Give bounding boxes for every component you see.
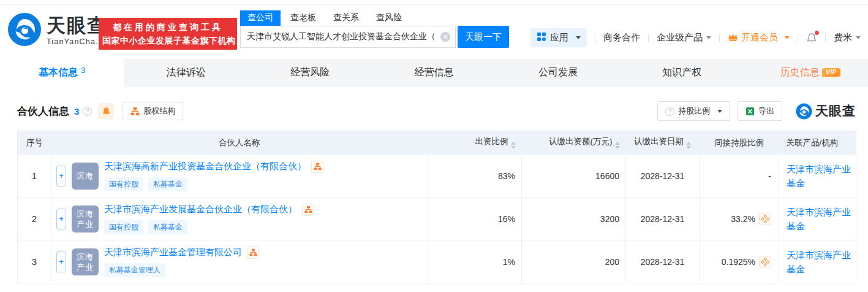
col-subscribed-amount: 认缴出资额(万元) [522, 131, 626, 155]
table-row: 2 + 滨海产业 天津市滨海产业发展基金合伙企业（有限合伙） [18, 198, 856, 240]
sort-icon[interactable] [686, 142, 691, 149]
main-content: 合伙人信息 3 ? 股权结构 ? 持股比例 [0, 101, 868, 283]
row-index: 1 [18, 155, 51, 198]
export-button[interactable]: 导出 [738, 101, 782, 121]
table-header-row: 序号 合伙人名称 出资比例 认缴出资额(万元) 认缴出资日期 间接持股比例 关联… [18, 131, 856, 155]
search-tab-boss[interactable]: 查老板 [290, 10, 316, 26]
equity-structure-button[interactable]: 股权结构 [123, 102, 183, 120]
equity-chart-icon[interactable] [302, 204, 314, 216]
avatar: 滨海产业 [72, 206, 99, 232]
apps-menu-button[interactable]: 应用 [530, 28, 587, 47]
equity-structure-label: 股权结构 [143, 106, 175, 117]
subscribed-amount: 16600 [522, 155, 626, 198]
related-product-link[interactable]: 天津市滨海产业基金 [787, 164, 851, 188]
export-label: 导出 [758, 106, 774, 117]
tab-history-info[interactable]: 历史信息 ? VIP [744, 59, 868, 86]
bell-icon [102, 107, 111, 116]
partner-name-link[interactable]: 天津市滨海产业发展基金合伙企业（有限合伙） [104, 204, 297, 215]
sort-icon[interactable] [615, 142, 620, 149]
subscribed-amount: 200 [522, 240, 626, 283]
contribution-ratio: 1% [428, 240, 522, 283]
excel-icon [745, 107, 755, 116]
tab-business-info[interactable]: 经营信息 [372, 59, 496, 86]
chevron-down-icon [856, 36, 861, 42]
tag-private-fund[interactable]: 私募基金 [148, 177, 187, 191]
col-subscribed-date-label: 认缴出资日期 [634, 137, 684, 146]
table-row: 3 + 滨海产业 天津市滨海产业基金管理有限公司 [18, 240, 856, 283]
section-tools: ? 持股比例 导出 天眼查 [657, 101, 856, 121]
col-indirect-ratio: 间接持股比例 [700, 131, 779, 155]
search-tabs: 查公司 查老板 查关系 查风险 [240, 10, 509, 26]
subscribe-bell-button[interactable] [98, 103, 114, 119]
promo-line-2: 国家中小企业发展子基金旗下机构 [102, 34, 233, 47]
enterprise-product-menu[interactable]: 企业级产品 [657, 32, 711, 44]
tab-operational-risk[interactable]: 经营风险 [248, 59, 372, 86]
penetration-icon[interactable] [759, 256, 771, 268]
notification-dot [815, 31, 819, 35]
menu-divider [719, 34, 720, 42]
search-tab-company[interactable]: 查公司 [240, 10, 281, 26]
expand-row-button[interactable]: + [56, 252, 66, 272]
enterprise-product-label: 企业级产品 [657, 32, 703, 44]
section-title: 合伙人信息 [17, 104, 69, 118]
sort-icon[interactable] [511, 142, 516, 149]
tab-basic-info[interactable]: 基本信息 3 [0, 59, 124, 86]
table-row: 1 + 滨海 天津滨海高新产业投资基金合伙企业（有限合伙） [18, 155, 856, 198]
username-label: 费米 [834, 32, 852, 44]
equity-chart-icon[interactable] [247, 247, 259, 259]
subscribed-amount: 3200 [522, 198, 626, 240]
search-tab-relation[interactable]: 查关系 [333, 10, 359, 26]
avatar: 滨海产业 [72, 248, 99, 275]
org-chart-icon [130, 107, 140, 116]
site-header: 天眼查 TianYanCha.com 都在用的商业查询工具 国家中小企业发展子基… [0, 5, 868, 59]
col-subscribed-date: 认缴出资日期 [626, 131, 700, 155]
tab-history-info-label: 历史信息 [780, 66, 820, 79]
notification-bell-button[interactable] [806, 33, 817, 44]
expand-row-button[interactable]: + [56, 166, 66, 186]
tag-private-fund[interactable]: 私募基金 [148, 220, 187, 234]
search-submit-button[interactable]: 天眼一下 [458, 26, 509, 48]
related-product-link[interactable]: 天津市滨海产业基金 [787, 250, 851, 274]
help-icon: ? [665, 107, 674, 116]
tag-state-owned[interactable]: 国有控股 [104, 220, 143, 234]
tag-state-owned[interactable]: 国有控股 [104, 177, 143, 191]
tianyancha-logo-icon [7, 12, 42, 49]
partner-name-link[interactable]: 天津滨海高新产业投资基金合伙企业（有限合伙） [104, 161, 306, 172]
indirect-ratio: - [768, 171, 771, 181]
open-vip-menu[interactable]: 开通会员 [728, 32, 790, 44]
partner-name-link[interactable]: 天津市滨海产业基金管理有限公司 [104, 247, 242, 258]
menu-divider [825, 34, 826, 42]
tab-business-info-label: 经营信息 [414, 66, 453, 79]
page-top-divider [0, 0, 868, 5]
related-product-link[interactable]: 天津市滨海产业基金 [787, 207, 851, 231]
col-related-product: 关联产品/机构 [779, 131, 856, 155]
tianyancha-logo-icon [796, 103, 812, 120]
penetration-icon[interactable] [759, 213, 771, 225]
menu-divider [648, 34, 649, 42]
search-input[interactable] [240, 26, 456, 48]
tab-company-development[interactable]: 公司发展 [496, 59, 620, 86]
tab-intellectual-property[interactable]: 知识产权 [620, 59, 744, 86]
clear-search-icon[interactable]: ✕ [440, 32, 450, 42]
vip-badge: VIP [822, 68, 840, 77]
help-icon[interactable]: ? [83, 107, 92, 116]
col-subscribed-amount-label: 认缴出资额(万元) [549, 137, 613, 146]
business-cooperation-link[interactable]: 商务合作 [603, 32, 640, 44]
holding-ratio-dropdown[interactable]: ? 持股比例 [657, 101, 730, 121]
tag-fund-manager[interactable]: 私募基金管理人 [104, 263, 165, 277]
tab-legal-proceedings[interactable]: 法律诉讼 [124, 59, 247, 86]
subscribed-date: 2028-12-31 [626, 155, 700, 198]
open-vip-label: 开通会员 [741, 32, 778, 44]
search-tab-risk[interactable]: 查风险 [376, 10, 402, 26]
tab-basic-info-label: 基本信息 [39, 66, 78, 79]
section-count: 3 [74, 106, 79, 117]
equity-chart-icon[interactable] [311, 161, 323, 173]
tab-legal-proceedings-label: 法律诉讼 [167, 66, 206, 79]
chevron-down-icon [706, 36, 711, 42]
section-header: 合伙人信息 3 ? 股权结构 ? 持股比例 [17, 101, 856, 121]
menu-divider [798, 34, 798, 42]
expand-row-button[interactable]: + [56, 209, 66, 229]
user-account-menu[interactable]: 费米 [834, 32, 861, 44]
tab-company-development-label: 公司发展 [538, 66, 578, 79]
search-area: 查公司 查老板 查关系 查风险 ✕ 天眼一下 [240, 10, 509, 48]
